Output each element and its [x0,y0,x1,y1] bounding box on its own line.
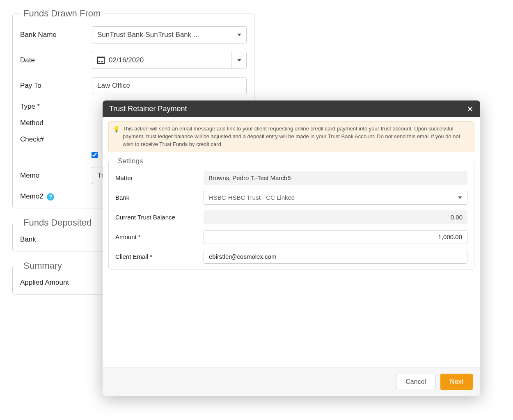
method-label: Method [20,119,92,127]
modal-bank-label: Bank [115,194,204,201]
date-label: Date [20,56,92,64]
modal-bank-row: Bank HSBC-HSBC Trust - CC Linked [115,191,467,205]
matter-value: Browns, Pedro T.-Test March6 [208,174,291,181]
modal-bank-value: HSBC-HSBC Trust - CC Linked [209,194,295,201]
bank-name-row: Bank Name SunTrust Bank-SunTrust Bank ..… [20,26,247,43]
email-value: ebirstler@cosmolex.com [209,253,276,260]
type-label: Type * [20,103,92,111]
balance-label: Current Trust Balance [115,214,204,221]
lightbulb-icon: 💡 [113,125,120,133]
summary-fieldset: Summary Applied Amount [12,260,115,294]
bank-name-label: Bank Name [20,31,92,39]
pay-to-input[interactable]: Law Office [92,77,247,94]
close-icon[interactable]: ✕ [467,105,474,113]
memo-label: Memo [20,171,92,180]
balance-value: 0.00 [451,214,463,221]
chevron-down-icon [458,196,462,199]
funds-drawn-legend: Funds Drawn From [20,8,104,19]
applied-amount-row: Applied Amount [20,278,107,287]
funds-deposited-legend: Funds Deposited [20,217,95,228]
modal-header: Trust Retainer Payment ✕ [103,100,480,117]
date-input[interactable]: 02/16/2020 [92,52,247,69]
email-input[interactable]: ebirstler@cosmolex.com [204,250,467,264]
unnamed-checkbox[interactable] [92,152,98,158]
funds-deposited-fieldset: Funds Deposited Bank [12,217,115,251]
amount-value: 1,000.00 [438,233,462,240]
trust-retainer-modal: Trust Retainer Payment ✕ 💡 This action w… [103,100,480,312]
amount-label: Amount * [115,233,204,240]
applied-amount-label: Applied Amount [20,278,69,287]
modal-bank-select[interactable]: HSBC-HSBC Trust - CC Linked [204,191,467,205]
pay-to-label: Pay To [20,82,92,90]
pay-to-row: Pay To Law Office [20,77,247,94]
deposit-bank-row: Bank [20,235,107,244]
date-value: 02/16/2020 [109,56,144,64]
chevron-down-icon [237,34,241,36]
settings-legend: Settings [115,157,145,165]
bank-name-value: SunTrust Bank-SunTrust Bank ... [97,31,199,39]
email-label: Client Email * [115,253,204,260]
pay-to-value: Law Office [97,82,130,90]
memo2-label: Memo2 ? [20,192,92,201]
deposit-bank-label: Bank [20,235,92,244]
summary-legend: Summary [20,260,65,271]
amount-input[interactable]: 1,000.00 [204,230,467,244]
amount-row: Amount * 1,000.00 [115,230,467,244]
settings-fieldset: Settings Matter Browns, Pedro T.-Test Ma… [108,157,474,270]
chevron-down-icon [237,59,241,62]
bank-name-select[interactable]: SunTrust Bank-SunTrust Bank ... [92,26,247,43]
check-label: Check# [20,135,92,144]
email-row: Client Email * ebirstler@cosmolex.com [115,250,467,264]
balance-row: Current Trust Balance 0.00 [115,210,467,224]
matter-value-box: Browns, Pedro T.-Test March6 [204,171,467,185]
modal-title: Trust Retainer Payment [109,105,187,113]
help-icon[interactable]: ? [47,193,54,201]
matter-label: Matter [115,174,204,181]
date-row: Date 02/16/2020 [20,52,247,69]
info-text: This action will send an email message a… [123,126,460,147]
balance-value-box: 0.00 [204,210,467,224]
calendar-icon [97,57,105,64]
info-banner: 💡 This action will send an email message… [108,121,474,152]
matter-row: Matter Browns, Pedro T.-Test March6 [115,171,467,185]
